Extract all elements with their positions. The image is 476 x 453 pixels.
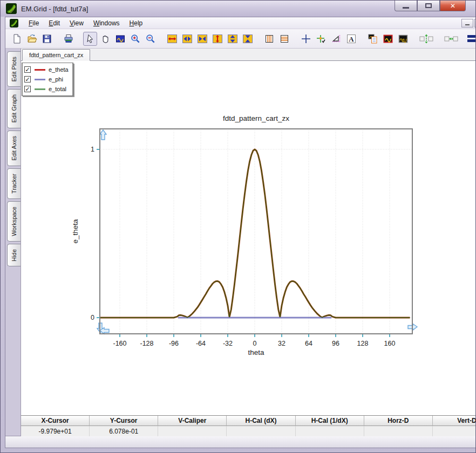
single-plot-icon[interactable] xyxy=(381,32,395,46)
menu-view[interactable]: View xyxy=(65,18,89,28)
status-value-3 xyxy=(227,426,295,436)
tab-fdtd-pattern-cart-zx[interactable]: fdtd_pattern_cart_zx xyxy=(22,49,90,61)
statusbar xyxy=(5,436,476,448)
svg-text:A: A xyxy=(349,35,354,43)
legend-row-e_theta: ✓e_theta xyxy=(24,65,69,74)
tracker-icon[interactable] xyxy=(314,32,328,46)
sidebar-tab-edit-graph[interactable]: Edit Graph xyxy=(7,89,21,128)
app-window: EM.Grid - [fdtd_tut7a] ✕ FileEditViewWin… xyxy=(0,0,476,453)
plot-title: fdtd_pattern_cart_zx xyxy=(223,114,289,122)
toolbar-group xyxy=(165,32,256,46)
close-icon: ✕ xyxy=(450,2,455,10)
zoom-out-icon[interactable] xyxy=(144,32,158,46)
widen-x-icon[interactable] xyxy=(180,32,194,46)
toolbar-group xyxy=(262,32,293,46)
workspace-body: Edit PlotsEdit GraphEdit AxesTrackerWork… xyxy=(5,49,476,436)
legend-checkbox-e_phi[interactable]: ✓ xyxy=(24,76,31,83)
sidebar-tab-label: Hide xyxy=(11,244,17,266)
plot-canvas[interactable]: -160-128-96-64-32032649612816001fdtd_pat… xyxy=(21,61,472,415)
toolbar-group xyxy=(83,32,159,46)
sidebar-tab-edit-plots[interactable]: Edit Plots xyxy=(7,51,21,87)
legend-checkbox-e_total[interactable]: ✓ xyxy=(24,86,31,92)
narrow-x-icon[interactable] xyxy=(195,32,209,46)
expand-y-icon[interactable] xyxy=(210,32,225,46)
h-caliper-icon[interactable] xyxy=(277,32,291,46)
svg-text:-32: -32 xyxy=(223,340,233,347)
status-value-0: -9.979e+01 xyxy=(21,426,90,436)
menu-windows[interactable]: Windows xyxy=(89,18,125,28)
status-value-4 xyxy=(296,426,364,436)
fit-y-icon[interactable] xyxy=(418,32,435,46)
toolbar-group xyxy=(418,32,436,46)
legend-swatch-e_phi xyxy=(35,79,45,80)
legend-swatch-e_total xyxy=(35,88,45,90)
select-arrow-icon[interactable] xyxy=(83,32,97,46)
close-button[interactable]: ✕ xyxy=(440,1,466,11)
sidebar-tab-hide[interactable]: Hide xyxy=(7,244,21,267)
status-value-6 xyxy=(433,426,476,436)
layout-icon xyxy=(467,35,476,42)
sidebar-tab-label: Tracker xyxy=(11,169,17,198)
multi-plot-icon[interactable] xyxy=(396,32,410,46)
caption-buttons: ✕ xyxy=(395,1,466,11)
toolbar-group xyxy=(366,32,411,46)
document-logo-icon xyxy=(10,19,18,28)
layout-button[interactable]: Layout xyxy=(467,35,476,43)
status-value-2 xyxy=(158,426,227,436)
tab-label: fdtd_pattern_cart_zx xyxy=(29,52,83,58)
crosshair-icon[interactable] xyxy=(299,32,313,46)
y-axis-label: e_theta xyxy=(71,219,79,244)
fit-x-icon[interactable] xyxy=(443,32,460,46)
status-value-5 xyxy=(364,426,433,436)
new-document-icon[interactable] xyxy=(10,32,24,46)
expand-x-icon[interactable] xyxy=(165,32,179,46)
status-header-h-cal-dx-: H-Cal (dX) xyxy=(227,416,295,426)
text-label-icon[interactable]: A xyxy=(344,32,358,46)
svg-text:32: 32 xyxy=(278,340,285,347)
toolbar-group: A xyxy=(299,32,359,46)
toolbar-group xyxy=(62,32,77,46)
menu-help[interactable]: Help xyxy=(125,18,148,28)
svg-text:-128: -128 xyxy=(140,340,153,347)
menu-file[interactable]: File xyxy=(24,18,44,28)
legend-row-e_total: ✓e_total xyxy=(24,84,69,94)
toolbar: ALayout xyxy=(5,29,476,49)
slope-caliper-icon[interactable] xyxy=(329,32,343,46)
sidebar-tab-workspace[interactable]: Workspace xyxy=(7,201,21,242)
print-icon[interactable] xyxy=(62,32,76,46)
status-value-1: 6.078e-01 xyxy=(90,426,158,436)
status-header-vert-d: Vert-D xyxy=(433,416,476,426)
mdi-minimize-button[interactable] xyxy=(461,19,473,28)
svg-text:-160: -160 xyxy=(113,340,126,347)
svg-text:0: 0 xyxy=(91,314,94,321)
plot-legend: ✓e_theta✓e_phi✓e_total xyxy=(22,63,73,96)
svg-text:-96: -96 xyxy=(169,340,179,347)
zoom-in-icon[interactable] xyxy=(128,32,142,46)
svg-text:0: 0 xyxy=(253,340,257,347)
minimize-button[interactable] xyxy=(395,1,417,11)
svg-text:96: 96 xyxy=(332,340,339,347)
save-icon[interactable] xyxy=(40,32,54,46)
v-caliper-icon[interactable] xyxy=(262,32,276,46)
pan-hand-icon[interactable] xyxy=(98,32,112,46)
zoom-region-icon[interactable] xyxy=(113,32,127,46)
status-header-x-cursor: X-Cursor xyxy=(21,416,90,426)
legend-label: e_theta xyxy=(49,66,69,73)
open-folder-icon[interactable] xyxy=(25,32,39,46)
narrow-y-icon[interactable] xyxy=(241,32,255,46)
svg-text:1: 1 xyxy=(91,146,94,153)
svg-text:160: 160 xyxy=(384,340,396,347)
sidebar-tab-tracker[interactable]: Tracker xyxy=(7,168,21,199)
sidebar-tab-label: Edit Graph xyxy=(11,90,17,128)
mdi-window-buttons: ✕ xyxy=(461,19,476,28)
menu-edit[interactable]: Edit xyxy=(44,18,65,28)
status-header-v-caliper: V-Caliper xyxy=(158,416,227,426)
tabstrip: fdtd_pattern_cart_zx xyxy=(21,49,476,61)
svg-text:-64: -64 xyxy=(196,340,206,347)
widen-y-icon[interactable] xyxy=(226,32,240,46)
svg-text:128: 128 xyxy=(357,340,369,347)
plot-list-icon[interactable] xyxy=(366,32,380,46)
maximize-button[interactable] xyxy=(417,1,440,11)
legend-checkbox-e_theta[interactable]: ✓ xyxy=(24,66,31,73)
sidebar-tab-edit-axes[interactable]: Edit Axes xyxy=(7,131,21,166)
